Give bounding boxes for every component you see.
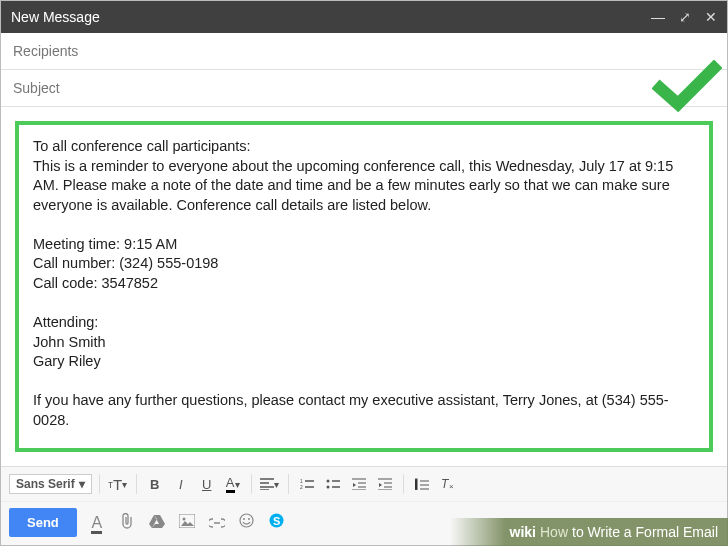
font-size-button[interactable]: тT▾: [107, 473, 129, 495]
svg-point-9: [243, 518, 245, 520]
paperclip-icon: [120, 513, 134, 529]
checkmark-icon: [652, 60, 722, 119]
chevron-down-icon: ▾: [235, 479, 240, 490]
window-controls: — ⤢ ✕: [651, 10, 717, 24]
svg-text:×: ×: [449, 482, 454, 490]
chevron-down-icon: ▾: [79, 477, 85, 491]
italic-button[interactable]: I: [170, 473, 192, 495]
insert-emoji-button[interactable]: [237, 513, 257, 532]
svg-point-8: [240, 514, 253, 527]
toolbar-divider: [99, 474, 100, 494]
photo-icon: [179, 514, 195, 528]
toolbar-divider: [403, 474, 404, 494]
font-family-label: Sans Serif: [16, 477, 75, 491]
watermark: wikiHow to Write a Formal Email: [450, 518, 728, 546]
recipients-placeholder: Recipients: [13, 43, 78, 59]
subject-field[interactable]: Subject: [1, 70, 727, 107]
minimize-icon[interactable]: —: [651, 10, 665, 24]
svg-point-7: [182, 517, 185, 520]
text-color-button[interactable]: A ▾: [222, 473, 244, 495]
emoji-icon: [239, 513, 254, 528]
body-area[interactable]: To all conference call participants: Thi…: [1, 107, 727, 466]
quote-button[interactable]: [411, 473, 433, 495]
skype-button[interactable]: S: [267, 513, 287, 532]
bold-button[interactable]: B: [144, 473, 166, 495]
body-highlight-border: To all conference call participants: Thi…: [15, 121, 713, 452]
drive-icon: [149, 514, 165, 528]
insert-drive-button[interactable]: [147, 514, 167, 532]
insert-photo-button[interactable]: [177, 514, 197, 532]
text-format-toggle-button[interactable]: A: [87, 514, 107, 532]
toolbar-divider: [251, 474, 252, 494]
align-left-icon: [260, 478, 274, 490]
indent-less-button[interactable]: [348, 473, 370, 495]
chevron-down-icon: ▾: [122, 479, 127, 490]
watermark-brand: wiki: [510, 524, 536, 540]
svg-point-3: [326, 486, 329, 489]
indent-more-button[interactable]: [374, 473, 396, 495]
indent-more-icon: [378, 478, 392, 490]
remove-format-icon: T×: [441, 478, 455, 490]
subject-placeholder: Subject: [13, 80, 60, 96]
watermark-title: to Write a Formal Email: [572, 524, 718, 540]
toolbar-divider: [136, 474, 137, 494]
recipients-field[interactable]: Recipients: [1, 33, 727, 70]
expand-icon[interactable]: ⤢: [679, 10, 691, 24]
svg-point-10: [248, 518, 250, 520]
insert-link-button[interactable]: [207, 514, 227, 532]
align-button[interactable]: ▾: [259, 473, 281, 495]
format-toolbar: Sans Serif ▾ тT▾ B I U A ▾ ▾ 12: [1, 466, 727, 501]
close-icon[interactable]: ✕: [705, 10, 717, 24]
watermark-brand2: How: [540, 524, 568, 540]
svg-text:2: 2: [300, 484, 303, 490]
compose-window: New Message — ⤢ ✕ Recipients Subject To …: [0, 0, 728, 546]
bullet-list-button[interactable]: [322, 473, 344, 495]
link-icon: [209, 518, 225, 528]
bullet-list-icon: [326, 478, 340, 490]
attach-file-button[interactable]: [117, 513, 137, 533]
email-body-text[interactable]: To all conference call participants: Thi…: [33, 137, 695, 452]
font-family-select[interactable]: Sans Serif ▾: [9, 474, 92, 494]
send-button[interactable]: Send: [9, 508, 77, 537]
underline-button[interactable]: U: [196, 473, 218, 495]
titlebar: New Message — ⤢ ✕: [1, 1, 727, 33]
numbered-list-button[interactable]: 12: [296, 473, 318, 495]
remove-format-button[interactable]: T×: [437, 473, 459, 495]
chevron-down-icon: ▾: [274, 479, 279, 490]
svg-text:S: S: [273, 515, 280, 527]
toolbar-divider: [288, 474, 289, 494]
svg-point-2: [326, 480, 329, 483]
indent-less-icon: [352, 478, 366, 490]
quote-icon: [415, 478, 429, 490]
window-title: New Message: [11, 9, 651, 25]
skype-icon: S: [269, 513, 284, 528]
numbered-list-icon: 12: [300, 478, 314, 490]
